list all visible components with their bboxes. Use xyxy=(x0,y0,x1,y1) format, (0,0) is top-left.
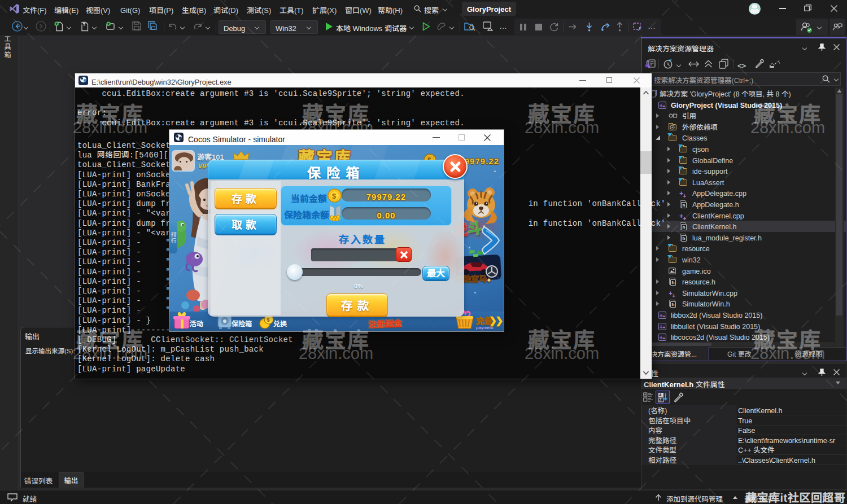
svg-text:$: $ xyxy=(332,190,337,201)
svg-text:Z: Z xyxy=(660,397,662,402)
svg-text:$: $ xyxy=(267,316,270,323)
